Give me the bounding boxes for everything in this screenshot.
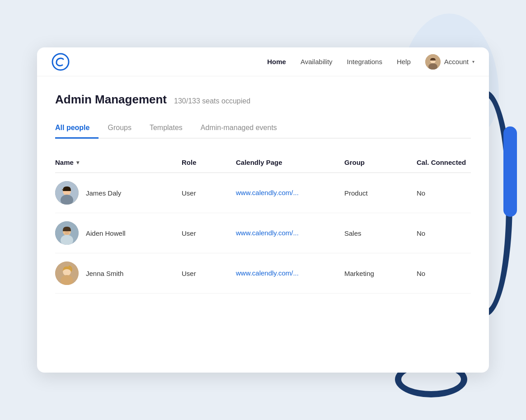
svg-point-11 xyxy=(65,231,69,235)
seats-info: 130/133 seats occupied xyxy=(174,97,250,105)
calendly-page-link[interactable]: www.calendly.com/... xyxy=(236,189,299,196)
role-cell: User xyxy=(182,189,236,197)
table-row: James Daly User www.calendly.com/... Pro… xyxy=(55,173,471,213)
avatar xyxy=(55,261,79,285)
people-table: Name ▾ Role Calendly Page Group Cal. Con… xyxy=(55,153,471,294)
page-link-cell[interactable]: www.calendly.com/... xyxy=(236,229,344,237)
page-link-cell[interactable]: www.calendly.com/... xyxy=(236,269,344,277)
page-title: Admin Management xyxy=(55,93,167,107)
role-cell: User xyxy=(182,270,236,277)
tab-admin-managed-events[interactable]: Admin-managed events xyxy=(192,119,286,139)
cal-connected-cell: No xyxy=(417,270,489,277)
cal-connected-cell: No xyxy=(417,229,489,237)
svg-point-0 xyxy=(52,54,69,70)
page-content: Admin Management 130/133 seats occupied … xyxy=(37,76,489,312)
group-cell: Product xyxy=(344,189,417,197)
avatar xyxy=(55,181,79,205)
col-group-header: Group xyxy=(344,159,417,166)
nav-integrations[interactable]: Integrations xyxy=(347,58,382,65)
user-name: James Daly xyxy=(86,189,121,197)
group-cell: Sales xyxy=(344,229,417,237)
sort-icon: ▾ xyxy=(76,159,79,166)
svg-rect-7 xyxy=(62,189,64,190)
calendly-page-link[interactable]: www.calendly.com/... xyxy=(236,269,299,277)
calendly-page-link[interactable]: www.calendly.com/... xyxy=(236,229,299,237)
nav-availability[interactable]: Availability xyxy=(301,58,333,65)
table-row: Aiden Howell User www.calendly.com/... S… xyxy=(55,213,471,253)
user-name: Aiden Howell xyxy=(86,229,126,237)
tab-all-people[interactable]: All people xyxy=(55,119,99,139)
col-calendly-header: Calendly Page xyxy=(236,159,344,166)
table-header: Name ▾ Role Calendly Page Group Cal. Con… xyxy=(55,159,471,173)
user-cell: James Daly xyxy=(55,181,182,205)
account-avatar xyxy=(425,54,441,70)
name-col-label: Name xyxy=(55,159,74,166)
user-cell: Aiden Howell xyxy=(55,221,182,245)
page-link-cell[interactable]: www.calendly.com/... xyxy=(236,189,344,197)
role-cell: User xyxy=(182,229,236,237)
col-cal-connected-header: Cal. Connected xyxy=(417,159,489,166)
tabs: All people Groups Templates Admin-manage… xyxy=(55,119,471,139)
nav-links: Home Availability Integrations Help Acco… xyxy=(267,54,474,70)
col-role-header: Role xyxy=(182,159,236,166)
page-header: Admin Management 130/133 seats occupied xyxy=(55,93,471,107)
chevron-down-icon: ▾ xyxy=(472,59,474,64)
navigation: Home Availability Integrations Help Acco… xyxy=(37,47,489,76)
bg-shape-accent-bar xyxy=(503,126,517,217)
tab-templates[interactable]: Templates xyxy=(141,119,192,139)
col-name-header[interactable]: Name ▾ xyxy=(55,159,182,166)
account-menu[interactable]: Account ▾ xyxy=(425,54,474,70)
main-card: Home Availability Integrations Help Acco… xyxy=(37,47,489,373)
user-cell: Jenna Smith xyxy=(55,261,182,285)
group-cell: Marketing xyxy=(344,270,417,277)
user-name: Jenna Smith xyxy=(86,270,123,277)
nav-home[interactable]: Home xyxy=(267,58,286,65)
tab-groups[interactable]: Groups xyxy=(99,119,140,139)
cal-connected-cell: No xyxy=(417,189,489,197)
logo[interactable] xyxy=(52,53,70,71)
nav-help[interactable]: Help xyxy=(397,58,411,65)
avatar xyxy=(55,221,79,245)
table-row: Jenna Smith User www.calendly.com/... Ma… xyxy=(55,253,471,294)
account-label: Account xyxy=(444,58,469,65)
